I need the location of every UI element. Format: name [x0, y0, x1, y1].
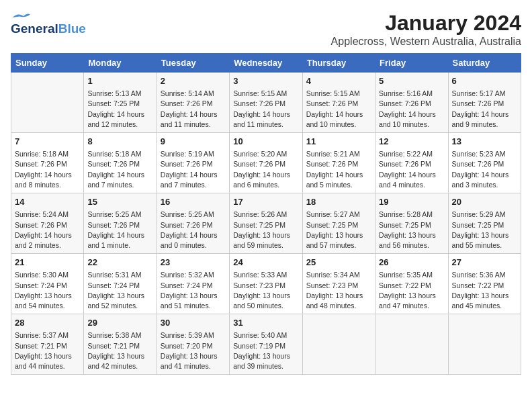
- day-number: 21: [15, 257, 80, 269]
- day-cell: 25Sunrise: 5:34 AM Sunset: 7:23 PM Dayli…: [302, 254, 375, 314]
- day-cell: 29Sunrise: 5:38 AM Sunset: 7:21 PM Dayli…: [84, 314, 157, 375]
- week-row-2: 7Sunrise: 5:18 AM Sunset: 7:26 PM Daylig…: [11, 133, 521, 193]
- logo: GeneralBlue: [11, 11, 86, 36]
- day-info: Sunrise: 5:28 AM Sunset: 7:25 PM Dayligh…: [379, 210, 444, 250]
- day-cell: 10Sunrise: 5:20 AM Sunset: 7:26 PM Dayli…: [230, 133, 302, 193]
- day-info: Sunrise: 5:15 AM Sunset: 7:26 PM Dayligh…: [306, 89, 371, 130]
- day-number: 15: [87, 196, 152, 208]
- col-header-monday: Monday: [84, 54, 157, 73]
- page-header: GeneralBlue January 2024 Applecross, Wes…: [11, 11, 521, 48]
- day-info: Sunrise: 5:38 AM Sunset: 7:21 PM Dayligh…: [87, 330, 152, 371]
- day-number: 5: [379, 75, 444, 87]
- day-info: Sunrise: 5:21 AM Sunset: 7:26 PM Dayligh…: [306, 149, 371, 190]
- day-cell: 13Sunrise: 5:23 AM Sunset: 7:26 PM Dayli…: [448, 133, 521, 193]
- day-info: Sunrise: 5:39 AM Sunset: 7:20 PM Dayligh…: [161, 330, 226, 371]
- day-info: Sunrise: 5:13 AM Sunset: 7:25 PM Dayligh…: [87, 89, 152, 130]
- day-number: 1: [87, 75, 152, 87]
- day-number: 23: [161, 257, 226, 269]
- bird-icon: [11, 11, 31, 21]
- day-cell: 23Sunrise: 5:32 AM Sunset: 7:24 PM Dayli…: [157, 254, 229, 314]
- day-number: 12: [379, 136, 444, 148]
- day-info: Sunrise: 5:34 AM Sunset: 7:23 PM Dayligh…: [306, 270, 371, 311]
- day-number: 27: [452, 257, 517, 269]
- day-cell: [375, 314, 448, 375]
- day-info: Sunrise: 5:16 AM Sunset: 7:26 PM Dayligh…: [379, 89, 444, 130]
- day-number: 2: [161, 75, 226, 87]
- day-number: 9: [161, 136, 226, 148]
- day-number: 25: [306, 257, 371, 269]
- page-subtitle: Applecross, Western Australia, Australia: [331, 36, 521, 48]
- day-number: 28: [15, 317, 80, 329]
- day-cell: 5Sunrise: 5:16 AM Sunset: 7:26 PM Daylig…: [375, 73, 448, 133]
- day-info: Sunrise: 5:24 AM Sunset: 7:26 PM Dayligh…: [15, 210, 80, 250]
- day-number: 30: [161, 317, 226, 329]
- col-header-saturday: Saturday: [448, 54, 521, 73]
- day-info: Sunrise: 5:26 AM Sunset: 7:25 PM Dayligh…: [233, 210, 298, 250]
- day-cell: 7Sunrise: 5:18 AM Sunset: 7:26 PM Daylig…: [11, 133, 84, 193]
- calendar-table: SundayMondayTuesdayWednesdayThursdayFrid…: [11, 53, 521, 375]
- day-number: 3: [233, 75, 298, 87]
- col-header-thursday: Thursday: [302, 54, 375, 73]
- day-info: Sunrise: 5:18 AM Sunset: 7:26 PM Dayligh…: [87, 149, 152, 190]
- day-cell: 15Sunrise: 5:25 AM Sunset: 7:26 PM Dayli…: [84, 193, 157, 254]
- day-number: 14: [15, 196, 80, 208]
- day-info: Sunrise: 5:17 AM Sunset: 7:26 PM Dayligh…: [452, 89, 517, 130]
- day-info: Sunrise: 5:18 AM Sunset: 7:26 PM Dayligh…: [15, 149, 80, 190]
- day-cell: [11, 73, 84, 133]
- day-number: 8: [87, 136, 152, 148]
- day-cell: 22Sunrise: 5:31 AM Sunset: 7:24 PM Dayli…: [84, 254, 157, 314]
- day-cell: 26Sunrise: 5:35 AM Sunset: 7:22 PM Dayli…: [375, 254, 448, 314]
- day-cell: 24Sunrise: 5:33 AM Sunset: 7:23 PM Dayli…: [230, 254, 302, 314]
- logo-general: General: [11, 21, 58, 36]
- day-number: 20: [452, 196, 517, 208]
- day-cell: 4Sunrise: 5:15 AM Sunset: 7:26 PM Daylig…: [302, 73, 375, 133]
- col-header-friday: Friday: [375, 54, 448, 73]
- day-info: Sunrise: 5:31 AM Sunset: 7:24 PM Dayligh…: [87, 270, 152, 311]
- day-info: Sunrise: 5:15 AM Sunset: 7:26 PM Dayligh…: [233, 89, 298, 130]
- day-info: Sunrise: 5:22 AM Sunset: 7:26 PM Dayligh…: [379, 149, 444, 190]
- day-cell: 27Sunrise: 5:36 AM Sunset: 7:22 PM Dayli…: [448, 254, 521, 314]
- day-info: Sunrise: 5:19 AM Sunset: 7:26 PM Dayligh…: [161, 149, 226, 190]
- col-header-wednesday: Wednesday: [230, 54, 302, 73]
- day-number: 6: [452, 75, 517, 87]
- day-number: 11: [306, 136, 371, 148]
- week-row-1: 1Sunrise: 5:13 AM Sunset: 7:25 PM Daylig…: [11, 73, 521, 133]
- day-info: Sunrise: 5:25 AM Sunset: 7:26 PM Dayligh…: [87, 210, 152, 250]
- day-info: Sunrise: 5:36 AM Sunset: 7:22 PM Dayligh…: [452, 270, 517, 311]
- day-info: Sunrise: 5:14 AM Sunset: 7:26 PM Dayligh…: [161, 89, 226, 130]
- title-block: January 2024 Applecross, Western Austral…: [331, 11, 521, 48]
- day-number: 16: [161, 196, 226, 208]
- day-cell: 12Sunrise: 5:22 AM Sunset: 7:26 PM Dayli…: [375, 133, 448, 193]
- day-number: 18: [306, 196, 371, 208]
- col-header-tuesday: Tuesday: [157, 54, 229, 73]
- day-number: 31: [233, 317, 298, 329]
- page-title: January 2024: [331, 11, 521, 36]
- day-info: Sunrise: 5:20 AM Sunset: 7:26 PM Dayligh…: [233, 149, 298, 190]
- day-cell: 28Sunrise: 5:37 AM Sunset: 7:21 PM Dayli…: [11, 314, 84, 375]
- day-number: 4: [306, 75, 371, 87]
- day-cell: 3Sunrise: 5:15 AM Sunset: 7:26 PM Daylig…: [230, 73, 302, 133]
- day-cell: 20Sunrise: 5:29 AM Sunset: 7:25 PM Dayli…: [448, 193, 521, 254]
- day-info: Sunrise: 5:32 AM Sunset: 7:24 PM Dayligh…: [161, 270, 226, 311]
- week-row-4: 21Sunrise: 5:30 AM Sunset: 7:24 PM Dayli…: [11, 254, 521, 314]
- day-number: 10: [233, 136, 298, 148]
- day-info: Sunrise: 5:30 AM Sunset: 7:24 PM Dayligh…: [15, 270, 80, 311]
- day-cell: 8Sunrise: 5:18 AM Sunset: 7:26 PM Daylig…: [84, 133, 157, 193]
- day-cell: 31Sunrise: 5:40 AM Sunset: 7:19 PM Dayli…: [230, 314, 302, 375]
- day-cell: 16Sunrise: 5:25 AM Sunset: 7:26 PM Dayli…: [157, 193, 229, 254]
- day-number: 13: [452, 136, 517, 148]
- day-info: Sunrise: 5:29 AM Sunset: 7:25 PM Dayligh…: [452, 210, 517, 250]
- day-cell: 9Sunrise: 5:19 AM Sunset: 7:26 PM Daylig…: [157, 133, 229, 193]
- day-number: 17: [233, 196, 298, 208]
- day-info: Sunrise: 5:35 AM Sunset: 7:22 PM Dayligh…: [379, 270, 444, 311]
- day-cell: 2Sunrise: 5:14 AM Sunset: 7:26 PM Daylig…: [157, 73, 229, 133]
- day-cell: 19Sunrise: 5:28 AM Sunset: 7:25 PM Dayli…: [375, 193, 448, 254]
- day-number: 26: [379, 257, 444, 269]
- day-cell: 30Sunrise: 5:39 AM Sunset: 7:20 PM Dayli…: [157, 314, 229, 375]
- day-cell: 21Sunrise: 5:30 AM Sunset: 7:24 PM Dayli…: [11, 254, 84, 314]
- day-cell: [448, 314, 521, 375]
- day-info: Sunrise: 5:33 AM Sunset: 7:23 PM Dayligh…: [233, 270, 298, 311]
- day-cell: 6Sunrise: 5:17 AM Sunset: 7:26 PM Daylig…: [448, 73, 521, 133]
- day-number: 19: [379, 196, 444, 208]
- day-cell: 11Sunrise: 5:21 AM Sunset: 7:26 PM Dayli…: [302, 133, 375, 193]
